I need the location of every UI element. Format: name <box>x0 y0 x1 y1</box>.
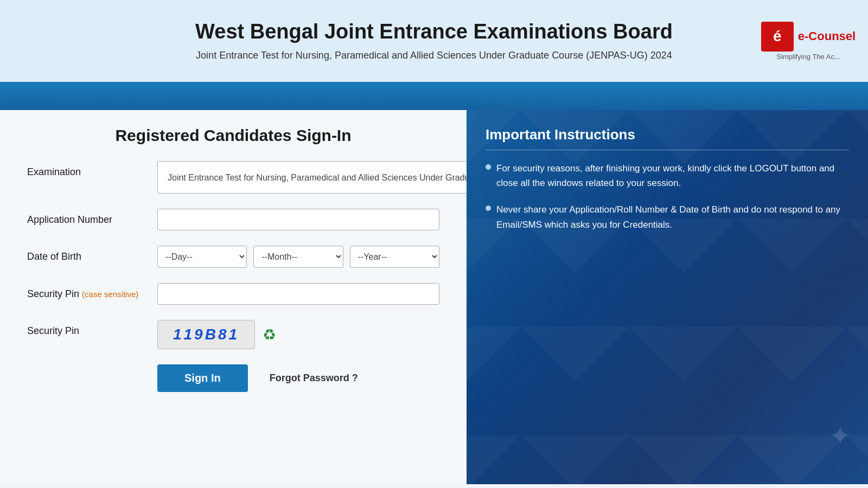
dob-selects: --Day--123456789101112131415161718192021… <box>157 246 439 268</box>
signin-panel: Registered Candidates Sign-In Examinatio… <box>0 110 467 484</box>
captcha-area: 119B81 ♻ <box>157 320 439 349</box>
application-number-row: Application Number <box>27 209 439 230</box>
logo-brand: e-Counsel <box>798 29 856 43</box>
dob-year-select[interactable]: --Year--20242023202220212020201920182017… <box>350 246 439 268</box>
instruction-text-2: Never share your Application/Roll Number… <box>496 202 849 232</box>
examination-row: Examination Joint Entrance Test for Nurs… <box>27 161 439 194</box>
main-content: Registered Candidates Sign-In Examinatio… <box>0 110 868 484</box>
application-number-input[interactable] <box>157 209 439 230</box>
sensitive-note: (case sensitive) <box>82 290 138 299</box>
captcha-label: Security Pin <box>27 320 146 337</box>
instructions-panel: Important Instructions For security reas… <box>467 110 868 484</box>
instruction-item-1: For security reasons, after finishing yo… <box>486 161 849 190</box>
examination-label: Examination <box>27 161 146 178</box>
instructions-title: Important Instructions <box>486 126 849 150</box>
header-subtitle: Joint Entrance Test for Nursing, Paramed… <box>119 49 749 62</box>
dob-label: Date of Birth <box>27 246 146 262</box>
instruction-text-1: For security reasons, after finishing yo… <box>496 161 849 190</box>
instruction-item-2: Never share your Application/Roll Number… <box>486 202 849 232</box>
form-area: Examination Joint Entrance Test for Nurs… <box>22 161 445 392</box>
signin-title: Registered Candidates Sign-In <box>22 126 445 145</box>
nav-bar <box>0 84 868 110</box>
instructions-list: For security reasons, after finishing yo… <box>486 161 849 232</box>
page-header: West Bengal Joint Entrance Examinations … <box>0 0 868 84</box>
forgot-password-link[interactable]: Forgot Password ? <box>270 373 358 384</box>
dob-month-select[interactable]: --Month--JanuaryFebruaryMarchAprilMayJun… <box>253 246 343 268</box>
refresh-captcha-button[interactable]: ♻ <box>263 326 276 344</box>
bullet-icon-2 <box>486 206 491 211</box>
action-row: Sign In Forgot Password ? <box>27 364 439 392</box>
dob-day-select[interactable]: --Day--123456789101112131415161718192021… <box>157 246 247 268</box>
dob-row: Date of Birth --Day--1234567891011121314… <box>27 246 439 268</box>
header-title: West Bengal Joint Entrance Examinations … <box>119 20 749 44</box>
star-decoration: ✦ <box>829 420 852 452</box>
header-logo: é e-Counsel Simplifying The Ac... <box>760 22 857 61</box>
application-number-label: Application Number <box>27 209 146 226</box>
security-pin-label: Security Pin (case sensitive) <box>27 283 146 300</box>
signin-button[interactable]: Sign In <box>157 364 248 392</box>
logo-tagline: Simplifying The Ac... <box>776 53 840 61</box>
security-pin-input-row: Security Pin (case sensitive) <box>27 283 439 305</box>
security-pin-input[interactable] <box>157 283 439 305</box>
header-center: West Bengal Joint Entrance Examinations … <box>108 20 760 62</box>
security-pin-captcha-row: Security Pin 119B81 ♻ <box>27 320 439 349</box>
captcha-image: 119B81 <box>157 320 255 349</box>
logo-icon: é <box>761 22 794 52</box>
bullet-icon <box>486 164 491 170</box>
